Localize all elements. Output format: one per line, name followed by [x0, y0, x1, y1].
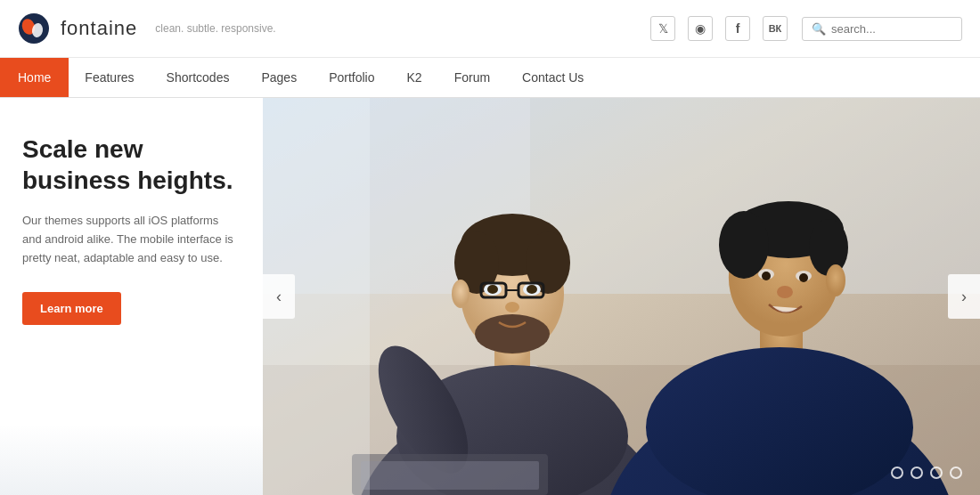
svg-rect-43: [361, 461, 539, 490]
dribbble-icon[interactable]: ◉: [688, 16, 713, 41]
nav-item-pages[interactable]: Pages: [245, 58, 313, 97]
carousel-dots: [891, 467, 962, 479]
svg-point-23: [505, 302, 519, 312]
site-tagline: clean. subtle. responsive.: [155, 22, 275, 35]
carousel-prev-button[interactable]: ‹: [263, 274, 295, 319]
carousel-dot-1[interactable]: [891, 467, 903, 479]
main-navbar: Home Features Shortcodes Pages Portfolio…: [0, 58, 980, 98]
hero-section: Scale new business heights. Our themes s…: [0, 98, 980, 495]
nav-item-forum[interactable]: Forum: [438, 58, 506, 97]
arrow-left-icon: ‹: [276, 288, 282, 306]
carousel-next-button[interactable]: ›: [948, 274, 980, 319]
twitter-icon[interactable]: 𝕏: [650, 16, 675, 41]
social-icons-group: 𝕏 ◉ f ВК: [650, 16, 788, 41]
hero-description: Our themes supports all iOS platforms an…: [22, 212, 241, 267]
vk-icon[interactable]: ВК: [763, 16, 788, 41]
search-icon: 🔍: [812, 22, 826, 36]
svg-point-33: [719, 211, 769, 279]
site-header: fontaine clean. subtle. responsive. 𝕏 ◉ …: [0, 0, 980, 58]
svg-point-15: [475, 314, 550, 353]
arrow-right-icon: ›: [961, 288, 967, 306]
nav-item-contact[interactable]: Contact Us: [506, 58, 600, 97]
svg-point-34: [809, 219, 848, 276]
header-left: fontaine clean. subtle. responsive.: [18, 12, 276, 45]
learn-more-button[interactable]: Learn more: [22, 292, 121, 325]
svg-point-38: [799, 273, 808, 282]
nav-item-shortcodes[interactable]: Shortcodes: [151, 58, 246, 97]
svg-point-19: [527, 285, 537, 294]
hero-content-panel: Scale new business heights. Our themes s…: [0, 98, 263, 495]
fontaine-logo-icon: [18, 12, 50, 45]
hero-title: Scale new business heights.: [22, 134, 241, 196]
hero-scene-illustration: [263, 98, 980, 495]
hero-image-area: ‹ ›: [263, 98, 980, 495]
svg-point-18: [487, 285, 498, 294]
nav-item-k2[interactable]: K2: [391, 58, 438, 97]
header-right: 𝕏 ◉ f ВК 🔍: [650, 16, 962, 41]
nav-item-features[interactable]: Features: [69, 58, 150, 97]
svg-point-40: [826, 264, 845, 296]
site-logo-text: fontaine: [61, 17, 137, 40]
carousel-dot-3[interactable]: [930, 467, 943, 479]
nav-item-portfolio[interactable]: Portfolio: [313, 58, 390, 97]
svg-point-39: [777, 286, 793, 298]
svg-point-37: [762, 272, 771, 280]
carousel-dot-2[interactable]: [911, 467, 923, 479]
carousel-dot-4[interactable]: [950, 467, 962, 479]
facebook-icon[interactable]: f: [725, 16, 750, 41]
svg-point-24: [452, 280, 470, 308]
nav-item-home[interactable]: Home: [0, 58, 69, 97]
search-box: 🔍: [802, 17, 962, 41]
search-input[interactable]: [831, 22, 952, 36]
